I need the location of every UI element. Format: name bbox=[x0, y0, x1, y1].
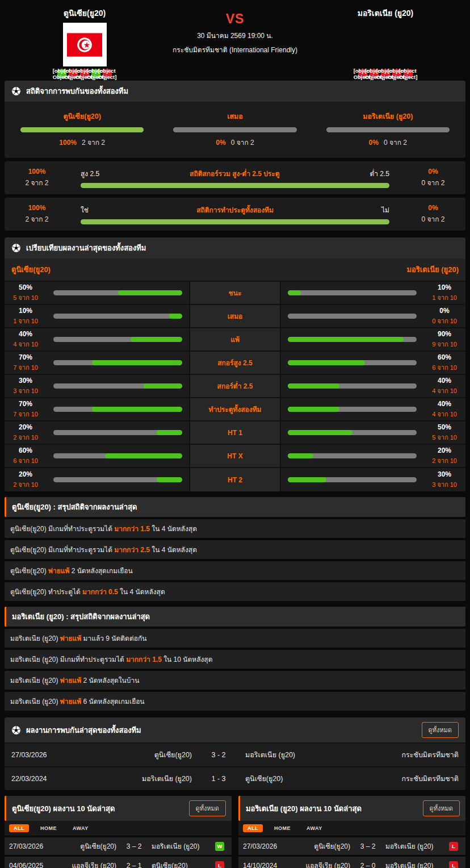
comparison-away-bar bbox=[281, 337, 423, 342]
away-summary-section: มอริเตเนีย (ยู20) : สรุปสถิติจากผลงานล่า… bbox=[5, 607, 465, 711]
summary-row: มอริเตเนีย (ยู20) พ่ายแพ้ 6 นัดหลังสุดเก… bbox=[5, 692, 465, 711]
away-summary-title: มอริเตเนีย (ยู20) : สรุปสถิติจากผลงานล่า… bbox=[5, 607, 465, 627]
summary-text: ใน 10 นัดหลังสุด bbox=[162, 656, 213, 663]
filter-tab[interactable]: HOME bbox=[270, 824, 295, 832]
match-score: 3 - 2 bbox=[201, 751, 236, 759]
match-competition: กระชับมิตรทีมชาติ (International Friendl… bbox=[173, 44, 297, 55]
summary-text: มอริเตเนีย (ยู20) bbox=[10, 677, 60, 685]
comparison-rows: 50% 5 จาก 10 ชนะ 10% 1 จาก 10 bbox=[5, 282, 465, 491]
summary-text: ตูนิเซีย(ยู20) bbox=[10, 567, 48, 575]
comparison-row-label: ทำประตูทั้งสองทีม bbox=[189, 398, 281, 420]
summary-row: มอริเตเนีย (ยู20) มีเกมที่ทำประตูรวมได้ … bbox=[5, 650, 465, 669]
match-date: 27/03/2026 bbox=[9, 842, 56, 850]
h2h-col-stats: 100%2 จาก 2 bbox=[20, 137, 144, 148]
summary-text: 6 นัดหลังสุดเกมเยือน bbox=[81, 698, 144, 706]
home-percent: 40% bbox=[5, 330, 47, 338]
comparison-row: 10% 1 จาก 10 เสมอ 0% 0 จาก 10 bbox=[5, 305, 465, 328]
summary-text: มาแล้ว 9 นัดติดต่อกัน bbox=[81, 635, 146, 642]
away-recent-view-all-button[interactable]: ดูทั้งหมด bbox=[423, 800, 460, 816]
meetings-view-all-button[interactable]: ดูทั้งหมด bbox=[422, 722, 459, 738]
match-competition: กระชับมิตรทีมชาติ bbox=[362, 773, 459, 784]
match-score: 3 – 2 bbox=[121, 842, 147, 850]
away-recent-title: มอริเตเนีย (ยู20) ผลงาน 10 นัดล่าสุด bbox=[246, 803, 362, 815]
h2h-stat-title: สถิติการทำประตูทั้งสองทีม bbox=[196, 205, 274, 215]
comparison-away-stat: 90% 9 จาก 10 bbox=[423, 330, 465, 349]
summary-text: ใน 4 นัดหลังสุด bbox=[150, 525, 197, 533]
h2h-count: 2 จาก 2 bbox=[25, 179, 48, 187]
comparison-home-bar bbox=[47, 290, 189, 295]
comparison-row: 20% 2 จาก 10 HT 2 30% 3 จาก 10 bbox=[5, 468, 465, 491]
home-percent: 70% bbox=[5, 353, 47, 361]
away-percent: 50% bbox=[423, 423, 465, 431]
away-count: 6 จาก 10 bbox=[423, 362, 465, 373]
comparison-away-stat: 50% 5 จาก 10 bbox=[423, 423, 465, 443]
comparison-row: 40% 4 จาก 10 แพ้ 90% 9 จาก 10 bbox=[5, 328, 465, 352]
summary-row: มอริเตเนีย (ยู20) พ่ายแพ้ มาแล้ว 9 นัดติ… bbox=[5, 629, 465, 648]
match-header: ตูนิเซีย(ยู20) [object Object][object Ob… bbox=[5, 5, 465, 81]
away-count: 2 จาก 10 bbox=[423, 456, 465, 466]
h2h-col-label: เสมอ bbox=[173, 111, 296, 122]
result-badge: L bbox=[449, 861, 458, 868]
h2h-percent: 0% bbox=[369, 139, 379, 147]
filter-tab[interactable]: AWAY bbox=[68, 824, 93, 832]
away-count: 5 จาก 10 bbox=[423, 432, 465, 443]
comparison-row-label: สกอร์สูง 2.5 bbox=[189, 352, 281, 374]
h2h-stat-middle: สูง 2.5 สถิติสกอร์รวม สูง-ต่ำ 2.5 ประตู … bbox=[61, 168, 409, 188]
match-date: 27/03/2026 bbox=[243, 842, 289, 850]
h2h-stat-middle: ใช่ สถิติการทำประตูทั้งสองทีม ไม่ bbox=[61, 205, 409, 224]
summary-highlight: มากกว่า 2.5 bbox=[114, 546, 150, 554]
comparison-home-bar bbox=[47, 430, 189, 435]
h2h-bar bbox=[326, 127, 450, 132]
home-recent-table: ตูนิเซีย(ยู20) ผลงาน 10 นัดล่าสุด ดูทั้ง… bbox=[5, 796, 232, 868]
home-recent-header: ตูนิเซีย(ยู20) ผลงาน 10 นัดล่าสุด ดูทั้ง… bbox=[5, 796, 232, 821]
summary-row: มอริเตเนีย (ยู20) พ่ายแพ้ 2 นัดหลังสุดใน… bbox=[5, 671, 465, 690]
summary-text: 2 นัดหลังสุดเกมเยือน bbox=[69, 567, 132, 575]
comparison-row-label: สกอร์ต่ำ 2.5 bbox=[189, 375, 281, 397]
away-percent: 20% bbox=[423, 446, 465, 454]
table-row: 27/03/2026 ตูนิเซีย(ยู20) 3 – 2 มอริเตเน… bbox=[238, 837, 465, 855]
comparison-row: 70% 7 จาก 10 ทำประตูทั้งสองทีม 40% 4 จาก… bbox=[5, 398, 465, 422]
home-summary-section: ตูนิเซีย(ยู20) : สรุปสถิติจากผลงานล่าสุด… bbox=[5, 497, 465, 601]
comparison-away-bar bbox=[281, 383, 423, 389]
filter-tab[interactable]: HOME bbox=[36, 824, 61, 832]
match-home-team: แอลจีเรีย (ยู20) bbox=[56, 860, 121, 868]
match-away-team: ตูนิเซีย(ยู20) bbox=[147, 860, 212, 868]
comparison-home-stat: 20% 2 จาก 10 bbox=[5, 423, 47, 443]
home-percent: 20% bbox=[5, 423, 47, 431]
summary-highlight: มากกว่า 0.5 bbox=[82, 588, 118, 596]
h2h-title: สถิติจากการพบกันของทั้งสองทีม bbox=[26, 85, 128, 97]
home-count: 3 จาก 10 bbox=[5, 386, 47, 396]
away-percent: 90% bbox=[423, 330, 465, 338]
filter-tab[interactable]: ALL bbox=[243, 824, 263, 832]
summary-row: ตูนิเซีย(ยู20) ทำประตูได้ มากกว่า 0.5 ใน… bbox=[5, 582, 465, 601]
soccer-ball-icon bbox=[11, 243, 21, 253]
filter-tab[interactable]: AWAY bbox=[302, 824, 327, 832]
h2h-col-label: ตูนิเซีย(ยู20) bbox=[20, 111, 144, 122]
summary-text: ตูนิเซีย(ยู20) มีเกมที่ทำประตูรวมได้ bbox=[10, 525, 114, 533]
home-percent: 50% bbox=[5, 283, 47, 291]
h2h-result-col: มอริเตเนีย (ยู20) 0%0 จาก 2 bbox=[326, 111, 450, 148]
home-count: 6 จาก 10 bbox=[5, 456, 47, 466]
h2h-extra-rows: 100% 2 จาก 2 สูง 2.5 สถิติสกอร์รวม สูง-ต… bbox=[5, 161, 465, 231]
home-recent-title: ตูนิเซีย(ยู20) ผลงาน 10 นัดล่าสุด bbox=[12, 803, 115, 815]
match-away-team: มอริเตเนีย (ยู20) bbox=[147, 841, 212, 852]
comparison-away-bar bbox=[281, 430, 423, 435]
home-recent-view-all-button[interactable]: ดูทั้งหมด bbox=[189, 800, 226, 816]
match-info: VS 30 มีนาคม 2569 19:00 น. กระชับมิตรทีม… bbox=[144, 7, 326, 76]
h2h-count: 0 จาก 2 bbox=[421, 179, 444, 187]
comparison-away-team: มอริเตเนีย (ยู20) bbox=[406, 264, 459, 276]
match-away-team: มอริเตเนีย (ยู20) bbox=[381, 841, 446, 852]
comparison-away-bar bbox=[281, 290, 423, 295]
home-percent: 60% bbox=[5, 446, 47, 454]
summary-row: ตูนิเซีย(ยู20) มีเกมที่ทำประตูรวมได้ มาก… bbox=[5, 519, 465, 538]
comparison-home-bar bbox=[47, 314, 189, 319]
filter-tab[interactable]: ALL bbox=[9, 824, 29, 832]
home-count: 7 จาก 10 bbox=[5, 362, 47, 373]
home-count: 7 จาก 10 bbox=[5, 409, 47, 419]
home-summary-title: ตูนิเซีย(ยู20) : สรุปสถิติจากผลงานล่าสุด bbox=[5, 497, 465, 517]
match-home-team: ตูนิเซีย(ยู20) bbox=[289, 841, 355, 852]
comparison-home-team: ตูนิเซีย(ยู20) bbox=[11, 264, 51, 276]
match-date: 14/10/2024 bbox=[243, 862, 289, 868]
away-count: 9 จาก 10 bbox=[423, 339, 465, 349]
away-team-name: มอริเตเนีย (ยู20) bbox=[358, 7, 414, 19]
